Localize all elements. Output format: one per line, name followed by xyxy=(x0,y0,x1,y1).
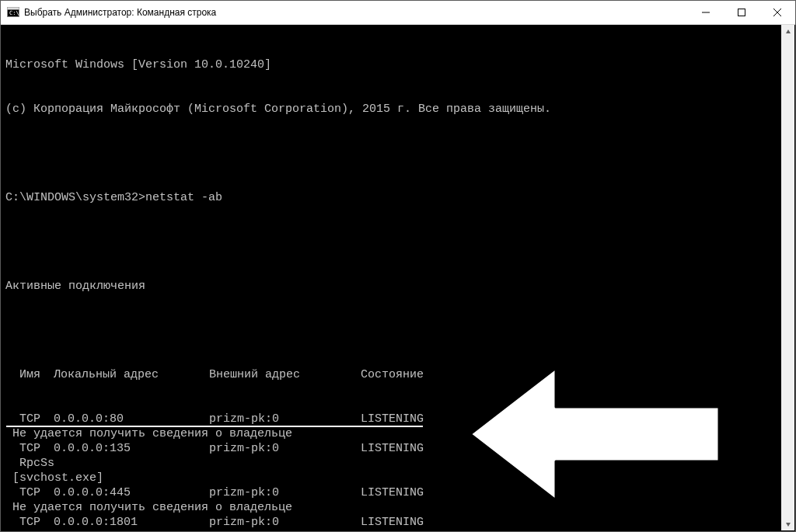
highlight-underline xyxy=(6,426,423,427)
header-local: Локальный адрес xyxy=(54,367,209,382)
owner-executable: [svchost.exe] xyxy=(5,471,791,485)
svg-text:C:\: C:\ xyxy=(9,10,19,16)
cell-local-address: 0.0.0.0:135 xyxy=(54,441,209,456)
prompt-line: C:\WINDOWS\system32>netstat -ab xyxy=(5,190,791,205)
svg-rect-4 xyxy=(738,9,745,16)
section-title: Активные подключения xyxy=(5,279,791,294)
cell-remote-address: prizm-pk:0 xyxy=(209,441,361,456)
close-button[interactable] xyxy=(759,1,795,24)
connection-row: TCP0.0.0.0:445prizm-pk:0LISTENING xyxy=(5,485,791,500)
command-text: netstat -ab xyxy=(145,191,222,204)
scroll-down-button[interactable] xyxy=(781,517,794,530)
cell-state: LISTENING xyxy=(361,412,424,426)
owner-executable: [mqsvc.exe] xyxy=(5,530,791,531)
terminal-output[interactable]: Microsoft Windows [Version 10.0.10240] (… xyxy=(1,25,795,531)
header-state: Состояние xyxy=(361,367,424,382)
titlebar[interactable]: C:\ Выбрать Администратор: Командная стр… xyxy=(1,1,795,25)
vertical-scrollbar[interactable] xyxy=(781,25,794,530)
cell-state: LISTENING xyxy=(361,485,424,500)
header-remote: Внешний адрес xyxy=(209,367,361,382)
cell-remote-address: prizm-pk:0 xyxy=(209,515,361,530)
cell-remote-address: prizm-pk:0 xyxy=(209,485,361,500)
prompt: C:\WINDOWS\system32> xyxy=(5,191,145,204)
banner-line: Microsoft Windows [Version 10.0.10240] xyxy=(5,57,791,72)
connection-row: TCP0.0.0.0:1801prizm-pk:0LISTENING xyxy=(5,515,791,530)
svg-marker-9 xyxy=(786,523,791,527)
owner-service: RpcSs xyxy=(5,456,791,471)
maximize-button[interactable] xyxy=(724,1,759,24)
scroll-up-button[interactable] xyxy=(781,25,794,38)
cmd-icon: C:\ xyxy=(7,6,19,19)
cell-local-address: 0.0.0.0:80 xyxy=(54,412,209,426)
owner-unknown-note: Не удается получить сведения о владельце xyxy=(5,500,791,515)
connection-row: TCP0.0.0.0:80prizm-pk:0LISTENING xyxy=(5,412,791,426)
window-controls xyxy=(688,1,795,24)
scroll-track[interactable] xyxy=(781,38,794,517)
owner-unknown-note: Не удается получить сведения о владельце xyxy=(5,426,791,441)
cell-proto: TCP xyxy=(5,515,54,530)
window-title: Выбрать Администратор: Командная строка xyxy=(24,7,216,18)
svg-marker-8 xyxy=(786,30,791,33)
banner-line: (c) Корпорация Майкрософт (Microsoft Cor… xyxy=(5,102,791,116)
cell-proto: TCP xyxy=(5,485,54,500)
header-proto: Имя xyxy=(5,367,54,382)
connection-row: TCP0.0.0.0:135prizm-pk:0LISTENING xyxy=(5,441,791,456)
cell-state: LISTENING xyxy=(361,441,424,456)
cell-proto: TCP xyxy=(5,441,54,456)
cell-state: LISTENING xyxy=(361,515,424,530)
cell-proto: TCP xyxy=(5,412,54,426)
cell-remote-address: prizm-pk:0 xyxy=(209,412,361,426)
minimize-button[interactable] xyxy=(688,1,724,24)
app-window: C:\ Выбрать Администратор: Командная стр… xyxy=(0,0,796,532)
cell-local-address: 0.0.0.0:1801 xyxy=(54,515,209,530)
cell-local-address: 0.0.0.0:445 xyxy=(54,485,209,500)
column-headers: Имя Локальный адрес Внешний адрес Состоя… xyxy=(5,367,791,382)
